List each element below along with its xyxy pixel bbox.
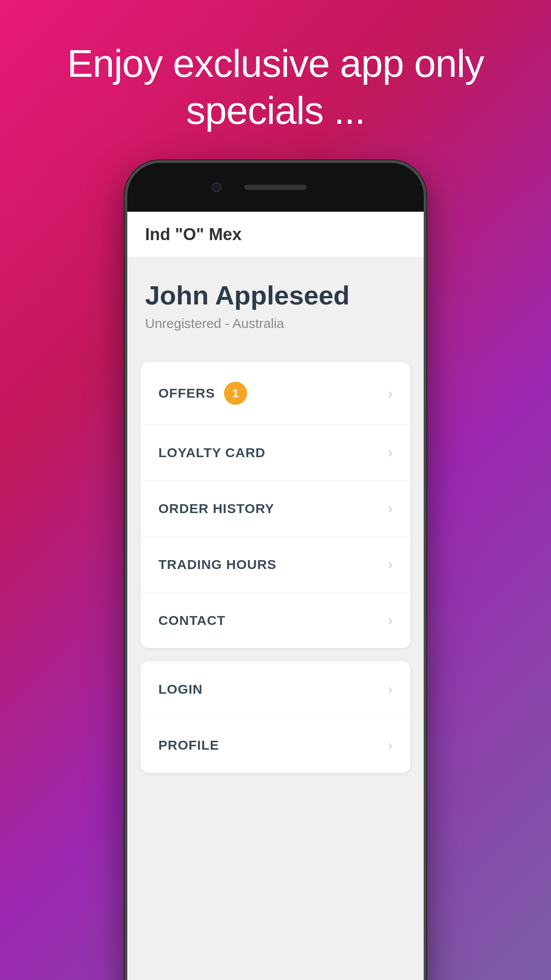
nav-bar: Ind "O" Mex — [127, 212, 424, 258]
chevron-right-icon: › — [388, 612, 393, 628]
menu-card-bottom: LOGIN › PROFILE › — [141, 661, 410, 773]
menu-item-contact[interactable]: CONTACT › — [141, 593, 410, 648]
menu-item-loyalty-card[interactable]: LOYALTY CARD › — [141, 425, 410, 481]
menu-item-profile-label: PROFILE — [158, 738, 219, 753]
phone-top-bar — [127, 163, 424, 212]
phone-device: Ind "O" Mex John Appleseed Unregistered … — [125, 160, 426, 980]
menu-item-login-left: LOGIN — [158, 682, 203, 697]
menu-item-contact-label: CONTACT — [158, 613, 225, 628]
offers-badge: 1 — [224, 382, 247, 405]
menu-item-loyalty-label: LOYALTY CARD — [158, 445, 265, 460]
phone-container: Ind "O" Mex John Appleseed Unregistered … — [0, 160, 551, 980]
phone-screen: Ind "O" Mex John Appleseed Unregistered … — [127, 212, 424, 980]
speaker-icon — [244, 185, 307, 190]
menu-card-main: OFFERS 1 › LOYALTY CARD › ORDER HISTORY … — [141, 362, 410, 648]
menu-item-offers[interactable]: OFFERS 1 › — [141, 362, 410, 425]
menu-item-login[interactable]: LOGIN › — [141, 661, 410, 717]
chevron-right-icon: › — [388, 556, 393, 573]
menu-item-order-history[interactable]: ORDER HISTORY › — [141, 481, 410, 537]
menu-item-trading-label: TRADING HOURS — [158, 557, 276, 572]
tagline: Enjoy exclusive app only specials ... — [0, 0, 551, 160]
menu-item-order-label: ORDER HISTORY — [158, 501, 274, 516]
profile-name: John Appleseed — [145, 280, 406, 311]
menu-item-contact-left: CONTACT — [158, 613, 225, 628]
side-button-mute — [125, 261, 126, 287]
menu-item-login-label: LOGIN — [158, 682, 203, 697]
camera-icon — [212, 182, 221, 192]
chevron-right-icon: › — [388, 737, 393, 753]
menu-item-trading-hours[interactable]: TRADING HOURS › — [141, 537, 410, 593]
chevron-right-icon: › — [388, 385, 393, 402]
chevron-right-icon: › — [388, 500, 393, 517]
side-button-power — [425, 318, 426, 385]
menu-item-order-left: ORDER HISTORY — [158, 501, 274, 516]
side-button-vol-up — [125, 300, 126, 345]
nav-title: Ind "O" Mex — [145, 225, 242, 244]
menu-item-profile-left: PROFILE — [158, 738, 219, 753]
menu-item-trading-left: TRADING HOURS — [158, 557, 276, 572]
menu-item-loyalty-left: LOYALTY CARD — [158, 445, 265, 460]
side-button-vol-down — [125, 354, 126, 398]
chevron-right-icon: › — [388, 681, 393, 697]
menu-item-profile[interactable]: PROFILE › — [141, 717, 410, 773]
menu-item-offers-label: OFFERS — [158, 386, 215, 401]
profile-section: John Appleseed Unregistered - Australia — [127, 258, 424, 349]
chevron-right-icon: › — [388, 444, 393, 461]
profile-subtitle: Unregistered - Australia — [145, 316, 406, 331]
menu-item-offers-left: OFFERS 1 — [158, 382, 247, 405]
